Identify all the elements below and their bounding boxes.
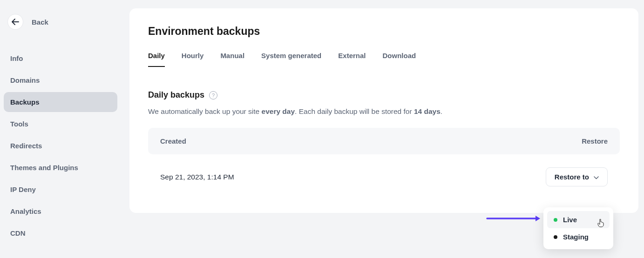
sidebar-item-analytics[interactable]: Analytics <box>4 201 117 221</box>
sidebar-item-backups[interactable]: Backups <box>4 92 117 112</box>
section-header: Daily backups ? <box>148 90 620 100</box>
back-button[interactable]: Back <box>4 14 117 30</box>
tab-external[interactable]: External <box>338 52 366 67</box>
sidebar-item-redirects[interactable]: Redirects <box>4 136 117 156</box>
tab-manual[interactable]: Manual <box>220 52 244 67</box>
restore-to-button[interactable]: Restore to <box>546 167 608 186</box>
dropdown-item-label: Staging <box>563 233 589 241</box>
section-title: Daily backups <box>148 90 204 100</box>
col-restore: Restore <box>582 137 608 145</box>
tab-system-generated[interactable]: System generated <box>261 52 321 67</box>
table-row: Sep 21, 2023, 1:14 PM Restore to <box>148 158 620 196</box>
tab-hourly[interactable]: Hourly <box>182 52 204 67</box>
tabs: Daily Hourly Manual System generated Ext… <box>148 52 620 67</box>
back-label: Back <box>32 18 48 26</box>
dropdown-item-label: Live <box>563 216 577 224</box>
sidebar: Back Info Domains Backups Tools Redirect… <box>0 0 121 258</box>
restore-to-label: Restore to <box>555 173 589 181</box>
annotation-arrow-icon <box>485 215 541 224</box>
back-arrow-icon[interactable] <box>7 14 23 30</box>
dropdown-item-staging[interactable]: Staging <box>547 228 610 245</box>
sidebar-item-themes-plugins[interactable]: Themes and Plugins <box>4 158 117 178</box>
page-title: Environment backups <box>148 25 620 38</box>
tab-download[interactable]: Download <box>383 52 416 67</box>
sidebar-item-tools[interactable]: Tools <box>4 114 117 134</box>
sidebar-item-domains[interactable]: Domains <box>4 70 117 90</box>
status-dot-live-icon <box>554 218 557 222</box>
status-dot-staging-icon <box>554 235 557 239</box>
col-created: Created <box>160 137 186 145</box>
cell-created: Sep 21, 2023, 1:14 PM <box>160 173 234 181</box>
tab-daily[interactable]: Daily <box>148 52 165 67</box>
sidebar-item-info[interactable]: Info <box>4 48 117 68</box>
table-header: Created Restore <box>148 128 620 154</box>
content-card: Environment backups Daily Hourly Manual … <box>129 8 638 213</box>
sidebar-item-cdn[interactable]: CDN <box>4 223 117 243</box>
sidebar-item-ip-deny[interactable]: IP Deny <box>4 179 117 199</box>
section-description: We automatically back up your site every… <box>148 107 620 116</box>
chevron-down-icon <box>594 173 599 181</box>
help-icon[interactable]: ? <box>209 91 217 99</box>
cursor-pointer-icon <box>597 219 604 229</box>
